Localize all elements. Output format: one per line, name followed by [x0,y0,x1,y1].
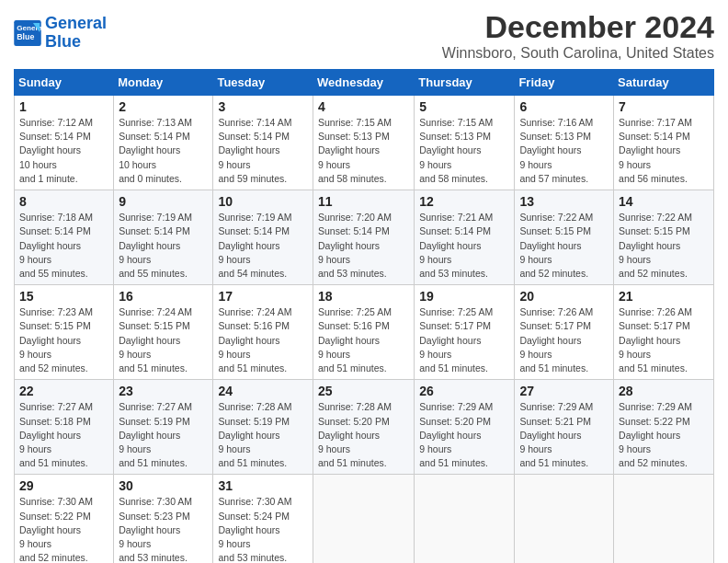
calendar-week-row: 22 Sunrise: 7:27 AM Sunset: 5:18 PM Dayl… [15,380,714,475]
day-info: Sunrise: 7:29 AM Sunset: 5:21 PM Dayligh… [519,400,609,470]
day-info: Sunrise: 7:22 AM Sunset: 5:15 PM Dayligh… [619,211,709,281]
day-number: 29 [19,478,108,493]
calendar-cell: 18 Sunrise: 7:25 AM Sunset: 5:16 PM Dayl… [313,285,415,380]
logo: General Blue GeneralBlue [14,15,107,52]
header: General Blue GeneralBlue December 2024 W… [14,9,714,62]
day-number: 27 [519,384,609,398]
calendar-cell: 27 Sunrise: 7:29 AM Sunset: 5:21 PM Dayl… [515,380,614,475]
calendar-week-row: 29 Sunrise: 7:30 AM Sunset: 5:22 PM Dayl… [15,475,714,563]
day-info: Sunrise: 7:30 AM Sunset: 5:23 PM Dayligh… [119,495,208,563]
day-number: 24 [218,384,308,398]
calendar-cell: 16 Sunrise: 7:24 AM Sunset: 5:15 PM Dayl… [114,285,213,380]
svg-text:Blue: Blue [17,31,34,40]
day-info: Sunrise: 7:14 AM Sunset: 5:14 PM Dayligh… [218,116,308,186]
day-info: Sunrise: 7:27 AM Sunset: 5:19 PM Dayligh… [119,400,208,470]
calendar-cell: 19 Sunrise: 7:25 AM Sunset: 5:17 PM Dayl… [415,285,515,380]
calendar-cell: 31 Sunrise: 7:30 AM Sunset: 5:24 PM Dayl… [213,475,313,563]
calendar-header-row: Sunday Monday Tuesday Wednesday Thursday… [15,70,714,96]
day-info: Sunrise: 7:28 AM Sunset: 5:20 PM Dayligh… [318,400,409,470]
day-number: 25 [318,384,409,398]
day-number: 7 [619,99,709,114]
calendar-cell: 28 Sunrise: 7:29 AM Sunset: 5:22 PM Dayl… [614,380,714,475]
day-info: Sunrise: 7:17 AM Sunset: 5:14 PM Dayligh… [619,116,709,186]
calendar-cell: 3 Sunrise: 7:14 AM Sunset: 5:14 PM Dayli… [213,96,313,190]
day-number: 14 [619,194,709,209]
day-info: Sunrise: 7:15 AM Sunset: 5:13 PM Dayligh… [318,116,409,186]
day-info: Sunrise: 7:23 AM Sunset: 5:15 PM Dayligh… [19,305,108,375]
day-number: 20 [519,289,609,304]
day-info: Sunrise: 7:29 AM Sunset: 5:20 PM Dayligh… [419,400,509,470]
subtitle: Winnsboro, South Carolina, United States [442,45,714,62]
day-number: 23 [119,384,208,398]
day-info: Sunrise: 7:24 AM Sunset: 5:16 PM Dayligh… [218,305,308,375]
day-info: Sunrise: 7:25 AM Sunset: 5:17 PM Dayligh… [419,305,509,375]
calendar-cell: 9 Sunrise: 7:19 AM Sunset: 5:14 PM Dayli… [114,190,213,285]
day-info: Sunrise: 7:26 AM Sunset: 5:17 PM Dayligh… [619,305,709,375]
day-number: 17 [218,289,308,304]
calendar-cell [515,475,614,563]
calendar-cell: 21 Sunrise: 7:26 AM Sunset: 5:17 PM Dayl… [614,285,714,380]
col-monday: Monday [114,70,213,96]
calendar-cell: 14 Sunrise: 7:22 AM Sunset: 5:15 PM Dayl… [614,190,714,285]
calendar-cell: 7 Sunrise: 7:17 AM Sunset: 5:14 PM Dayli… [614,96,714,190]
calendar-week-row: 15 Sunrise: 7:23 AM Sunset: 5:15 PM Dayl… [15,285,714,380]
title-area: December 2024 Winnsboro, South Carolina,… [442,9,714,62]
day-number: 11 [318,194,409,209]
col-wednesday: Wednesday [313,70,415,96]
calendar-cell: 11 Sunrise: 7:20 AM Sunset: 5:14 PM Dayl… [313,190,415,285]
col-sunday: Sunday [15,70,114,96]
calendar-cell: 10 Sunrise: 7:19 AM Sunset: 5:14 PM Dayl… [213,190,313,285]
day-info: Sunrise: 7:30 AM Sunset: 5:24 PM Dayligh… [218,495,308,563]
day-info: Sunrise: 7:29 AM Sunset: 5:22 PM Dayligh… [619,400,709,470]
calendar-cell: 8 Sunrise: 7:18 AM Sunset: 5:14 PM Dayli… [15,190,114,285]
calendar-cell: 1 Sunrise: 7:12 AM Sunset: 5:14 PM Dayli… [15,96,114,190]
day-info: Sunrise: 7:19 AM Sunset: 5:14 PM Dayligh… [119,211,208,281]
calendar-cell: 2 Sunrise: 7:13 AM Sunset: 5:14 PM Dayli… [114,96,213,190]
day-number: 4 [318,99,409,114]
calendar-cell: 17 Sunrise: 7:24 AM Sunset: 5:16 PM Dayl… [213,285,313,380]
day-number: 28 [619,384,709,398]
day-info: Sunrise: 7:22 AM Sunset: 5:15 PM Dayligh… [519,211,609,281]
day-info: Sunrise: 7:16 AM Sunset: 5:13 PM Dayligh… [519,116,609,186]
logo-icon: General Blue [14,20,41,46]
calendar-week-row: 1 Sunrise: 7:12 AM Sunset: 5:14 PM Dayli… [15,96,714,190]
day-number: 3 [218,99,308,114]
calendar-cell: 26 Sunrise: 7:29 AM Sunset: 5:20 PM Dayl… [415,380,515,475]
day-number: 9 [119,194,208,209]
day-number: 15 [19,289,108,304]
day-info: Sunrise: 7:21 AM Sunset: 5:14 PM Dayligh… [419,211,509,281]
day-info: Sunrise: 7:28 AM Sunset: 5:19 PM Dayligh… [218,400,308,470]
logo-name: GeneralBlue [45,15,107,52]
calendar-cell: 6 Sunrise: 7:16 AM Sunset: 5:13 PM Dayli… [515,96,614,190]
day-number: 8 [19,194,108,209]
day-number: 13 [519,194,609,209]
day-info: Sunrise: 7:19 AM Sunset: 5:14 PM Dayligh… [218,211,308,281]
day-info: Sunrise: 7:24 AM Sunset: 5:15 PM Dayligh… [119,305,208,375]
day-number: 26 [419,384,509,398]
calendar-cell: 23 Sunrise: 7:27 AM Sunset: 5:19 PM Dayl… [114,380,213,475]
day-info: Sunrise: 7:27 AM Sunset: 5:18 PM Dayligh… [19,400,108,470]
calendar-cell: 20 Sunrise: 7:26 AM Sunset: 5:17 PM Dayl… [515,285,614,380]
calendar-cell [614,475,714,563]
calendar-cell: 30 Sunrise: 7:30 AM Sunset: 5:23 PM Dayl… [114,475,213,563]
calendar-cell: 24 Sunrise: 7:28 AM Sunset: 5:19 PM Dayl… [213,380,313,475]
day-info: Sunrise: 7:13 AM Sunset: 5:14 PM Dayligh… [119,116,208,186]
day-number: 30 [119,478,208,493]
day-number: 22 [19,384,108,398]
calendar-cell: 12 Sunrise: 7:21 AM Sunset: 5:14 PM Dayl… [415,190,515,285]
day-info: Sunrise: 7:26 AM Sunset: 5:17 PM Dayligh… [519,305,609,375]
day-number: 31 [218,478,308,493]
calendar-cell: 5 Sunrise: 7:15 AM Sunset: 5:13 PM Dayli… [415,96,515,190]
main-title: December 2024 [442,9,714,45]
col-tuesday: Tuesday [213,70,313,96]
day-number: 1 [19,99,108,114]
day-number: 19 [419,289,509,304]
day-number: 18 [318,289,409,304]
calendar-cell: 13 Sunrise: 7:22 AM Sunset: 5:15 PM Dayl… [515,190,614,285]
day-info: Sunrise: 7:25 AM Sunset: 5:16 PM Dayligh… [318,305,409,375]
calendar-cell: 4 Sunrise: 7:15 AM Sunset: 5:13 PM Dayli… [313,96,415,190]
calendar-week-row: 8 Sunrise: 7:18 AM Sunset: 5:14 PM Dayli… [15,190,714,285]
day-info: Sunrise: 7:18 AM Sunset: 5:14 PM Dayligh… [19,211,108,281]
day-number: 21 [619,289,709,304]
day-info: Sunrise: 7:20 AM Sunset: 5:14 PM Dayligh… [318,211,409,281]
